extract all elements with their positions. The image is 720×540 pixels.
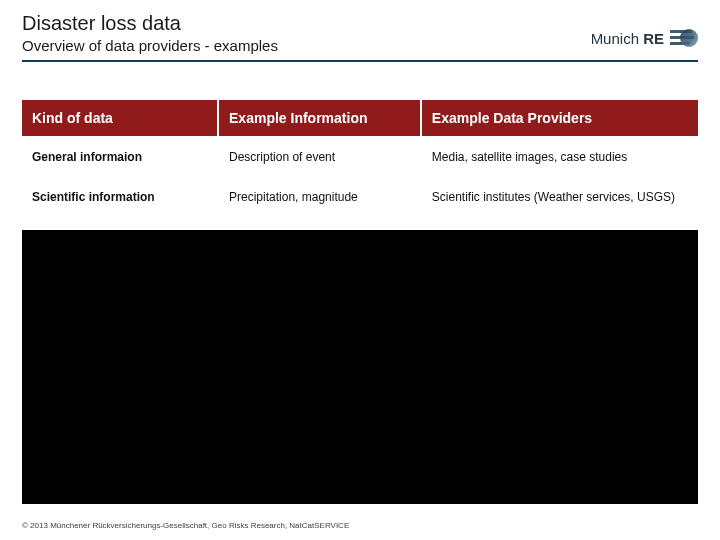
table-row: General informaion Description of event … [22,137,698,177]
brand-mark-icon [670,28,698,48]
slide: Disaster loss data Overview of data prov… [0,0,720,540]
cell-kind: Scientific information [22,177,218,216]
brand-text-right: RE [643,30,664,47]
table-header-row: Kind of data Example Information Example… [22,100,698,137]
cell-providers: Scientific institutes (Weather services,… [421,177,698,216]
col-header-info: Example Information [218,100,421,137]
cell-info: Precipitation, magnitude [218,177,421,216]
cell-info: Description of event [218,137,421,177]
brand-text-left: Munich [591,30,639,47]
brand-text: Munich RE [591,30,664,47]
table-row: Scientific information Precipitation, ma… [22,177,698,216]
cell-providers: Media, satellite images, case studies [421,137,698,177]
brand-logo: Munich RE [591,28,698,48]
col-header-providers: Example Data Providers [421,100,698,137]
header-divider [22,60,698,62]
footer-copyright: © 2013 Münchener Rückversicherungs-Gesel… [22,521,349,530]
dark-fill-area [22,230,698,504]
data-providers-table: Kind of data Example Information Example… [22,100,698,216]
col-header-kind: Kind of data [22,100,218,137]
cell-kind: General informaion [22,137,218,177]
